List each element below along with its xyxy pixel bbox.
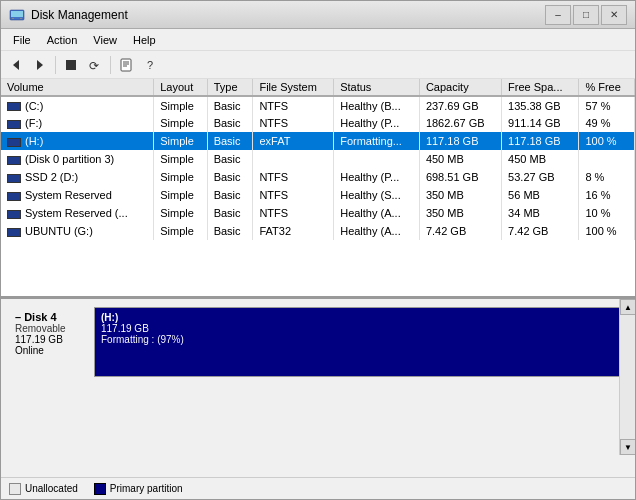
cell-capacity: 350 MB [419,186,501,204]
cell-layout: Simple [154,150,207,168]
cell-pct: 8 % [579,168,635,186]
disk-4-label: – Disk 4 Removable 117.19 GB Online [9,307,94,377]
scroll-up-button[interactable]: ▲ [620,299,635,315]
window-title: Disk Management [31,8,545,22]
cell-filesystem: NTFS [253,204,334,222]
cell-free: 56 MB [502,186,579,204]
cell-free: 450 MB [502,150,579,168]
cell-type: Basic [207,96,253,114]
cell-filesystem: FAT32 [253,222,334,240]
table-row[interactable]: System Reserved (...SimpleBasicNTFSHealt… [1,204,635,222]
main-content: Volume Layout Type File System Status Ca… [1,79,635,499]
cell-status: Healthy (A... [334,204,420,222]
col-type[interactable]: Type [207,79,253,96]
disk-4-row: – Disk 4 Removable 117.19 GB Online (H:)… [9,307,627,377]
cell-type: Basic [207,186,253,204]
svg-rect-3 [20,18,22,19]
minimize-button[interactable]: – [545,5,571,25]
cell-filesystem: NTFS [253,114,334,132]
cell-status: Healthy (P... [334,114,420,132]
table-row[interactable]: (Disk 0 partition 3)SimpleBasic450 MB450… [1,150,635,168]
col-layout[interactable]: Layout [154,79,207,96]
col-capacity[interactable]: Capacity [419,79,501,96]
cell-capacity: 450 MB [419,150,501,168]
cell-pct: 57 % [579,96,635,114]
legend-primary: Primary partition [94,483,183,495]
cell-type: Basic [207,150,253,168]
title-bar-buttons: – □ ✕ [545,5,627,25]
maximize-button[interactable]: □ [573,5,599,25]
cell-type: Basic [207,114,253,132]
cell-volume: SSD 2 (D:) [1,168,154,186]
menu-action[interactable]: Action [39,32,86,48]
volume-icon [7,120,21,129]
volume-icon [7,228,21,237]
table-row[interactable]: SSD 2 (D:)SimpleBasicNTFSHealthy (P...69… [1,168,635,186]
cell-filesystem: NTFS [253,168,334,186]
partition-size: 117.19 GB [101,323,620,334]
unallocated-color [9,483,21,495]
cell-free: 7.42 GB [502,222,579,240]
table-row[interactable]: System ReservedSimpleBasicNTFSHealthy (S… [1,186,635,204]
cell-filesystem [253,150,334,168]
menu-help[interactable]: Help [125,32,164,48]
volumes-table-section: Volume Layout Type File System Status Ca… [1,79,635,299]
table-row[interactable]: UBUNTU (G:)SimpleBasicFAT32Healthy (A...… [1,222,635,240]
cell-volume: (C:) [1,96,154,114]
cell-layout: Simple [154,114,207,132]
col-filesystem[interactable]: File System [253,79,334,96]
menu-view[interactable]: View [85,32,125,48]
cell-capacity: 237.69 GB [419,96,501,114]
cell-pct: 100 % [579,132,635,150]
cell-volume: (F:) [1,114,154,132]
col-free[interactable]: Free Spa... [502,79,579,96]
table-row[interactable]: (H:)SimpleBasicexFATFormatting...117.18 … [1,132,635,150]
cell-free: 135.38 GB [502,96,579,114]
cell-filesystem: NTFS [253,186,334,204]
cell-layout: Simple [154,186,207,204]
help-button[interactable]: ? [139,54,161,76]
scroll-down-button[interactable]: ▼ [620,439,635,455]
col-status[interactable]: Status [334,79,420,96]
cell-filesystem: exFAT [253,132,334,150]
table-row[interactable]: (C:)SimpleBasicNTFSHealthy (B...237.69 G… [1,96,635,114]
cell-layout: Simple [154,132,207,150]
cell-free: 911.14 GB [502,114,579,132]
table-row[interactable]: (F:)SimpleBasicNTFSHealthy (P...1862.67 … [1,114,635,132]
svg-marker-5 [37,60,43,70]
cell-status: Healthy (A... [334,222,420,240]
stop-button[interactable] [60,54,82,76]
svg-rect-6 [66,60,76,70]
unallocated-label: Unallocated [25,483,78,494]
disk-size: 117.19 GB [15,334,88,345]
col-pct[interactable]: % Free [579,79,635,96]
cell-pct: 10 % [579,204,635,222]
cell-status [334,150,420,168]
disk-status: Online [15,345,88,356]
svg-text:?: ? [147,59,153,71]
legend-bar: Unallocated Primary partition [1,477,635,499]
cell-pct: 16 % [579,186,635,204]
toolbar-separator-2 [110,56,111,74]
toolbar: ⟳ ? [1,51,635,79]
volume-icon [7,210,21,219]
close-button[interactable]: ✕ [601,5,627,25]
cell-type: Basic [207,168,253,186]
app-icon [9,7,25,23]
menu-file[interactable]: File [5,32,39,48]
forward-button[interactable] [29,54,51,76]
volume-icon [7,138,21,147]
cell-pct: 49 % [579,114,635,132]
properties-button[interactable] [115,54,137,76]
svg-marker-4 [13,60,19,70]
partition-type: Formatting : (97%) [101,334,620,345]
volume-icon [7,174,21,183]
refresh-button[interactable]: ⟳ [84,54,106,76]
partition-h[interactable]: (H:) 117.19 GB Formatting : (97%) [95,308,626,376]
legend-unallocated: Unallocated [9,483,78,495]
cell-status: Healthy (S... [334,186,420,204]
cell-volume: (Disk 0 partition 3) [1,150,154,168]
col-volume[interactable]: Volume [1,79,154,96]
back-button[interactable] [5,54,27,76]
cell-volume: System Reserved (... [1,204,154,222]
